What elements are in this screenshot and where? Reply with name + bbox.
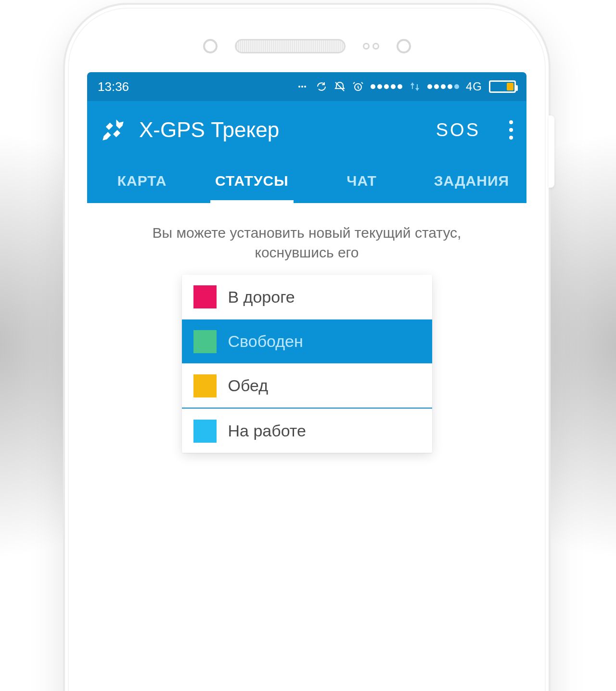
- phone-sensor-row: [65, 32, 549, 61]
- signal-dots-2-icon: [427, 84, 459, 89]
- status-time: 13:36: [98, 79, 129, 94]
- status-list: В дороге Свободен Обед На работе: [182, 275, 432, 453]
- tab-chat[interactable]: ЧАТ: [307, 159, 417, 203]
- battery-icon: [489, 80, 516, 93]
- data-arrows-icon: [409, 81, 421, 92]
- overflow-menu-button[interactable]: [509, 120, 513, 140]
- tab-label: ЧАТ: [346, 173, 377, 189]
- android-status-bar: 13:36: [87, 72, 526, 101]
- alarm-icon: [352, 81, 364, 92]
- status-label: Свободен: [228, 332, 303, 351]
- signal-dots-icon: [371, 84, 402, 89]
- svg-point-1: [301, 86, 303, 88]
- app-title: X-GPS Трекер: [139, 118, 279, 142]
- phone-frame: 13:36: [65, 5, 549, 691]
- status-color-swatch: [193, 330, 217, 353]
- tab-label: ЗАДАНИЯ: [434, 173, 509, 189]
- speaker-grill-icon: [235, 39, 346, 53]
- network-type: 4G: [466, 80, 482, 93]
- svg-point-0: [298, 86, 300, 88]
- status-item-at-work[interactable]: На работе: [182, 409, 432, 453]
- svg-point-2: [304, 86, 306, 88]
- tab-map[interactable]: КАРТА: [87, 159, 197, 203]
- tab-tasks[interactable]: ЗАДАНИЯ: [417, 159, 526, 203]
- page-shadow-right: [549, 0, 616, 691]
- status-label: На работе: [228, 422, 306, 440]
- app-bar: X-GPS Трекер SOS: [87, 101, 526, 159]
- status-color-swatch: [193, 285, 217, 308]
- status-label: Обед: [228, 376, 269, 395]
- phone-screen: 13:36: [87, 72, 526, 691]
- app-bar-left: X-GPS Трекер: [101, 117, 279, 142]
- sos-button[interactable]: SOS: [436, 120, 480, 141]
- tab-label: СТАТУСЫ: [215, 173, 289, 189]
- satellite-icon: [101, 117, 126, 142]
- content: Вы можете установить новый текущий стату…: [87, 203, 526, 453]
- status-item-free[interactable]: Свободен: [182, 319, 432, 363]
- page-shadow-left: [0, 0, 67, 691]
- tab-statuses[interactable]: СТАТУСЫ: [197, 159, 307, 203]
- tab-label: КАРТА: [117, 173, 167, 189]
- status-right: 4G: [297, 80, 516, 93]
- status-label: В дороге: [228, 288, 295, 307]
- camera-sensor-icon: [397, 39, 411, 53]
- app-bar-right: SOS: [436, 120, 513, 141]
- phone-side-button: [549, 115, 554, 188]
- more-dots-icon: [297, 81, 309, 92]
- tabs: КАРТА СТАТУСЫ ЧАТ ЗАДАНИЯ: [87, 159, 526, 203]
- stage: 13:36: [0, 0, 616, 691]
- status-color-swatch: [193, 374, 217, 397]
- sync-icon: [316, 81, 327, 92]
- mute-icon: [334, 81, 346, 92]
- status-item-on-road[interactable]: В дороге: [182, 275, 432, 319]
- status-item-lunch[interactable]: Обед: [182, 363, 432, 408]
- sensor-dots-icon: [363, 43, 379, 50]
- status-color-swatch: [193, 420, 217, 443]
- hint-text: Вы можете установить новый текущий стату…: [120, 223, 494, 262]
- proximity-sensor-icon: [203, 39, 218, 53]
